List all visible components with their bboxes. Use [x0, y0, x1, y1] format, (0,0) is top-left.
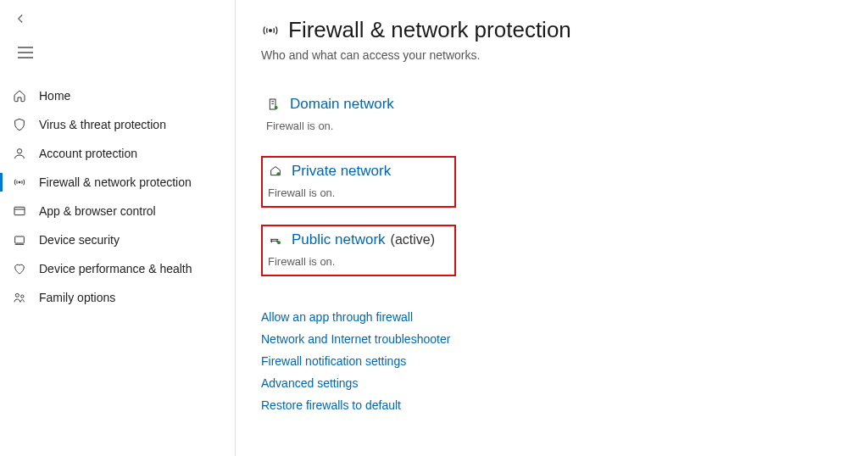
- network-public[interactable]: Public network (active) Firewall is on.: [261, 225, 456, 276]
- chip-icon: [10, 233, 29, 247]
- sidebar-item-label: Family options: [39, 291, 226, 304]
- network-title: Public network: [292, 231, 386, 248]
- network-status: Firewall is on.: [268, 186, 448, 199]
- sidebar-item-label: Firewall & network protection: [39, 175, 226, 189]
- svg-point-10: [21, 295, 24, 298]
- network-status: Firewall is on.: [268, 255, 448, 268]
- sidebar-item-performance[interactable]: Device performance & health: [0, 254, 235, 283]
- svg-point-15: [275, 106, 278, 109]
- sidebar-item-virus-threat[interactable]: Virus & threat protection: [0, 110, 235, 139]
- antenna-icon: [261, 21, 280, 40]
- network-domain[interactable]: Domain network Firewall is on.: [261, 91, 456, 139]
- heart-icon: [10, 262, 29, 275]
- sidebar-item-account[interactable]: Account protection: [0, 139, 235, 168]
- link-troubleshooter[interactable]: Network and Internet troubleshooter: [261, 332, 834, 346]
- link-advanced-settings[interactable]: Advanced settings: [261, 376, 834, 390]
- sidebar-item-device-security[interactable]: Device security: [0, 225, 235, 254]
- network-private[interactable]: Private network Firewall is on.: [261, 156, 456, 208]
- network-status: Firewall is on.: [266, 120, 449, 132]
- svg-point-11: [270, 29, 272, 31]
- svg-point-9: [15, 293, 19, 297]
- sidebar-item-firewall[interactable]: Firewall & network protection: [0, 168, 235, 197]
- shield-icon: [10, 118, 29, 131]
- sidebar-item-label: Device performance & health: [39, 262, 226, 275]
- svg-rect-7: [15, 236, 25, 243]
- sidebar-item-label: Virus & threat protection: [39, 118, 226, 131]
- sidebar-item-label: Home: [39, 89, 226, 103]
- menu-button[interactable]: [8, 36, 42, 70]
- page-header: Firewall & network protection: [261, 17, 834, 43]
- page-subtitle: Who and what can access your networks.: [261, 48, 834, 62]
- sidebar: Home Virus & threat protection Account p…: [0, 0, 236, 456]
- back-button[interactable]: [7, 5, 34, 32]
- sidebar-item-app-browser[interactable]: App & browser control: [0, 197, 235, 225]
- building-icon: [264, 97, 283, 111]
- link-restore-defaults[interactable]: Restore firewalls to default: [261, 398, 834, 412]
- main-content: Firewall & network protection Who and wh…: [236, 0, 868, 456]
- sidebar-item-label: Device security: [39, 233, 226, 247]
- svg-rect-5: [14, 207, 25, 214]
- svg-point-4: [19, 181, 20, 183]
- sidebar-item-label: Account protection: [39, 147, 226, 160]
- link-allow-app[interactable]: Allow an app through firewall: [261, 310, 834, 324]
- family-icon: [10, 291, 29, 304]
- page-title: Firewall & network protection: [288, 17, 571, 43]
- hamburger-icon: [18, 47, 33, 58]
- person-icon: [10, 147, 29, 160]
- svg-point-21: [277, 241, 281, 244]
- links-section: Allow an app through firewall Network an…: [261, 310, 834, 420]
- svg-point-3: [17, 149, 21, 153]
- sidebar-item-home[interactable]: Home: [0, 81, 235, 110]
- house-network-icon: [266, 164, 285, 178]
- antenna-icon: [10, 175, 29, 189]
- home-icon: [10, 89, 29, 103]
- window-icon: [10, 204, 29, 218]
- network-active-badge: (active): [391, 232, 435, 247]
- link-notification-settings[interactable]: Firewall notification settings: [261, 354, 834, 368]
- bench-icon: [266, 233, 285, 247]
- network-title: Domain network: [290, 96, 394, 113]
- network-title: Private network: [292, 163, 391, 180]
- svg-point-16: [276, 172, 280, 175]
- sidebar-item-family[interactable]: Family options: [0, 283, 235, 312]
- nav-list: Home Virus & threat protection Account p…: [0, 81, 235, 312]
- back-arrow-icon: [13, 11, 28, 26]
- sidebar-item-label: App & browser control: [39, 204, 226, 218]
